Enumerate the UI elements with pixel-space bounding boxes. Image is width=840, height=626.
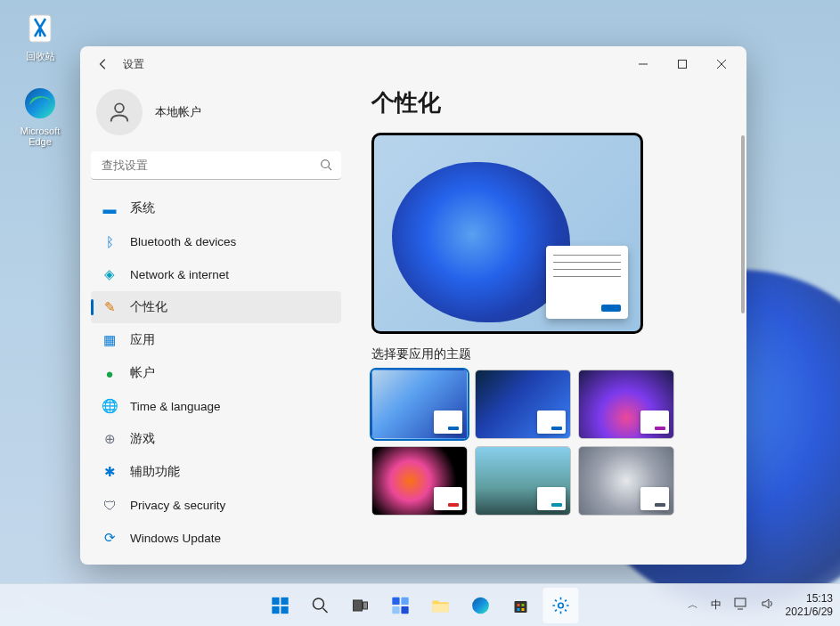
nav-label: 应用 [130, 332, 155, 348]
widgets-button[interactable] [382, 588, 418, 623]
theme-option-4[interactable] [371, 446, 468, 516]
clock[interactable]: 15:13 2021/6/29 [786, 592, 833, 619]
apps-icon: ▦ [102, 332, 118, 348]
svg-rect-14 [363, 602, 367, 609]
edge-icon [21, 85, 59, 122]
desktop-icon-label: Microsoft Edge [9, 126, 71, 147]
theme-preview[interactable] [371, 133, 643, 334]
nav-label: 游戏 [130, 431, 155, 447]
clock-time: 15:13 [786, 592, 833, 606]
svg-rect-10 [281, 606, 288, 613]
account-header[interactable]: 本地帐户 [91, 82, 341, 151]
back-button[interactable] [93, 53, 114, 75]
svg-rect-7 [272, 597, 279, 604]
svg-point-20 [472, 597, 489, 614]
search-box [91, 151, 341, 180]
search-button[interactable] [302, 588, 338, 623]
svg-rect-25 [521, 608, 524, 611]
svg-rect-8 [281, 597, 288, 604]
ime-indicator[interactable]: 中 [709, 596, 723, 614]
accessibility-icon: ✱ [102, 464, 118, 480]
recycle-bin-icon [21, 9, 59, 46]
theme-option-1[interactable] [371, 370, 468, 439]
nav-apps[interactable]: ▦应用 [91, 324, 341, 356]
minimize-button[interactable] [624, 51, 663, 77]
file-explorer-button[interactable] [422, 588, 458, 623]
account-label: 本地帐户 [155, 104, 201, 120]
search-input[interactable] [91, 151, 341, 180]
nav-privacy[interactable]: 🛡Privacy & security [91, 489, 341, 521]
nav-network[interactable]: ◈Network & internet [91, 258, 341, 290]
svg-rect-16 [401, 597, 408, 604]
content-pane: 个性化 选择要应用的主题 [352, 82, 746, 565]
volume-tray-icon[interactable] [759, 596, 777, 614]
theme-select-label: 选择要应用的主题 [371, 346, 730, 362]
nav-label: Network & internet [130, 268, 229, 281]
nav-time-language[interactable]: 🌐Time & language [91, 390, 341, 422]
svg-rect-27 [735, 598, 746, 606]
wifi-icon: ◈ [102, 266, 118, 282]
desktop: 回收站 Microsoft Edge 设置 本地帐户 [0, 0, 840, 626]
theme-option-2[interactable] [475, 370, 571, 439]
search-icon [320, 159, 332, 175]
settings-taskbar-button[interactable] [542, 588, 578, 623]
svg-rect-24 [517, 608, 519, 611]
update-icon: ⟳ [102, 530, 118, 546]
page-heading: 个性化 [371, 87, 730, 118]
nav-system[interactable]: ▬系统 [91, 192, 341, 224]
window-title: 设置 [123, 57, 144, 72]
preview-wallpaper [392, 162, 570, 322]
svg-rect-21 [514, 601, 526, 613]
system-icon: ▬ [102, 200, 118, 216]
tray-chevron-icon[interactable]: ︿ [686, 596, 700, 614]
nav-accessibility[interactable]: ✱辅助功能 [91, 456, 341, 488]
nav-bluetooth[interactable]: ᛒBluetooth & devices [91, 225, 341, 257]
theme-option-6[interactable] [578, 446, 674, 516]
system-tray: ︿ 中 15:13 2021/6/29 [686, 592, 833, 619]
svg-point-26 [558, 603, 563, 608]
svg-line-6 [329, 167, 332, 171]
desktop-icon-recycle-bin[interactable]: 回收站 [9, 9, 71, 63]
svg-rect-9 [272, 606, 279, 613]
network-tray-icon[interactable] [732, 596, 750, 614]
theme-grid [371, 370, 730, 516]
svg-point-4 [115, 103, 124, 112]
svg-point-1 [25, 88, 55, 118]
clock-date: 2021/6/29 [786, 606, 833, 619]
close-button[interactable] [702, 51, 741, 77]
svg-rect-23 [521, 604, 524, 606]
preview-window-card [546, 246, 628, 319]
nav-label: 系统 [130, 200, 155, 216]
start-button[interactable] [262, 588, 298, 623]
nav-label: Windows Update [130, 532, 221, 545]
titlebar[interactable]: 设置 [80, 46, 746, 82]
theme-option-3[interactable] [578, 370, 674, 439]
shield-icon: 🛡 [102, 497, 118, 513]
svg-point-5 [322, 160, 330, 168]
nav-gaming[interactable]: ⊕游戏 [91, 423, 341, 455]
nav-personalization[interactable]: ✎个性化 [91, 291, 341, 323]
svg-rect-22 [517, 604, 519, 606]
person-icon: ● [102, 365, 118, 381]
nav-label: 辅助功能 [130, 464, 180, 480]
nav-accounts[interactable]: ●帐户 [91, 357, 341, 389]
brush-icon: ✎ [102, 299, 118, 315]
store-button[interactable] [502, 588, 538, 623]
maximize-button[interactable] [663, 51, 702, 77]
nav-label: Bluetooth & devices [130, 235, 236, 248]
svg-rect-15 [392, 597, 399, 604]
desktop-icon-edge[interactable]: Microsoft Edge [9, 85, 71, 147]
sidebar: 本地帐户 ▬系统 ᛒBluetooth & devices ◈Network &… [80, 82, 352, 565]
svg-rect-19 [432, 604, 448, 612]
svg-rect-17 [392, 606, 399, 613]
scrollbar[interactable] [741, 135, 745, 313]
svg-rect-13 [353, 600, 362, 611]
nav-windows-update[interactable]: ⟳Windows Update [91, 522, 341, 554]
task-view-button[interactable] [342, 588, 378, 623]
desktop-icon-label: 回收站 [9, 50, 71, 63]
svg-rect-3 [679, 61, 687, 69]
nav-label: Privacy & security [130, 499, 225, 512]
theme-option-5[interactable] [475, 446, 571, 516]
gaming-icon: ⊕ [102, 431, 118, 447]
edge-taskbar-button[interactable] [462, 588, 498, 623]
